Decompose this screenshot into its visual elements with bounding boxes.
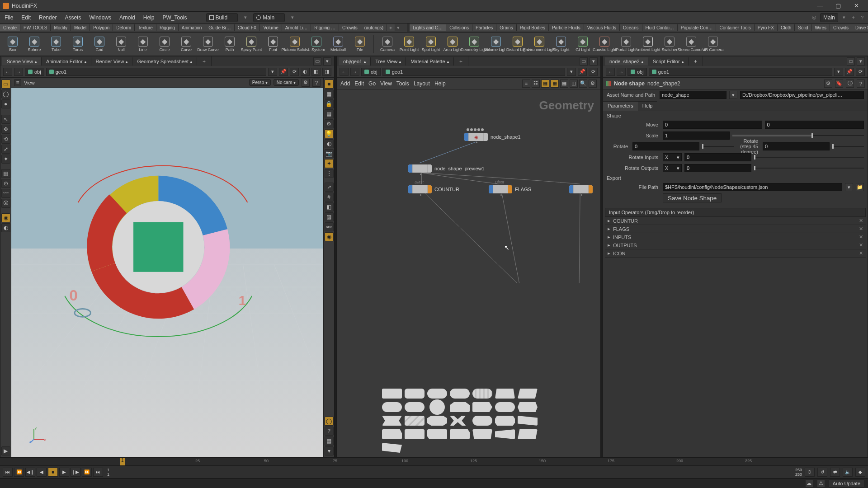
net-menu-tools[interactable]: Tools	[396, 80, 409, 87]
display-more[interactable]: ▤	[325, 436, 334, 446]
help-icon[interactable]: ?	[857, 80, 865, 88]
snap-grid[interactable]: ▦	[1, 169, 10, 178]
shelf-tool-box[interactable]: ◆Box	[3, 37, 23, 52]
tag-icon[interactable]: 🔖	[835, 80, 843, 88]
path-item[interactable]: geo1	[382, 68, 565, 76]
nodeshape-wave[interactable]	[472, 389, 492, 399]
asset-name-input[interactable]	[660, 91, 726, 99]
node-shape-preview[interactable]: node_shape_preview1	[408, 164, 485, 173]
asset-path-input[interactable]	[740, 91, 864, 99]
shelf-tool-path[interactable]: ◆Path	[220, 37, 240, 52]
nodeshape-fold[interactable]	[427, 429, 447, 439]
nodeshape-pill[interactable]	[405, 389, 425, 399]
shelf-tab[interactable]: PW TOOLS	[20, 24, 51, 31]
shelf-tab[interactable]: Fluid Contai…	[642, 24, 678, 31]
nodeshape-tab[interactable]	[450, 402, 470, 412]
shelf-tool-point-light[interactable]: ◆Point Light	[399, 37, 419, 52]
nodeshape-ell[interactable]	[472, 416, 492, 426]
shelf-tab[interactable]: Rigging …	[311, 24, 339, 31]
nav-fwd-button[interactable]: →	[350, 68, 359, 76]
shelf-tool-environment-light[interactable]: ◆Environment Light	[529, 37, 549, 52]
shelf-tool-portal-light[interactable]: ◆Portal Light	[616, 37, 636, 52]
lighting-button[interactable]: ◐	[1, 223, 10, 232]
rotate-outputs-value[interactable]	[684, 164, 751, 172]
arrow-tool[interactable]: ↖	[1, 115, 10, 124]
window-minimize-button[interactable]: —	[811, 0, 829, 12]
shelf-tab[interactable]: Guide Br…	[205, 24, 234, 31]
lasso-tool[interactable]: ◯	[1, 89, 10, 99]
shelf-tool-font[interactable]: ◆Font	[263, 37, 283, 52]
nodeshape-skew[interactable]	[518, 416, 538, 426]
nav-back-button[interactable]: ←	[606, 68, 615, 76]
remove-icon[interactable]: ✕	[859, 250, 863, 256]
node-flags[interactable]: Blast FLAGS	[489, 185, 531, 193]
link-button[interactable]: ⟳	[290, 68, 299, 76]
param-tab-parameters[interactable]: Parameters	[603, 101, 638, 111]
display-uv[interactable]: #	[325, 192, 334, 202]
pin-button[interactable]: 📌	[578, 68, 587, 76]
shelf-tab[interactable]: (autorigs)	[361, 24, 387, 31]
shelf-tool-caustic-light[interactable]: ◆Caustic Light	[594, 37, 614, 52]
tab-scene-view[interactable]: Scene View	[2, 57, 42, 66]
path-dropdown[interactable]: ▾	[268, 68, 277, 76]
link-button[interactable]: ⟳	[589, 68, 598, 76]
chevron-down-icon[interactable]: ▾	[242, 14, 249, 21]
rotate-slider[interactable]	[702, 142, 734, 150]
loop-button[interactable]: ↺	[817, 468, 827, 477]
shelf-tool-spot-light[interactable]: ◆Spot Light	[421, 37, 441, 52]
next-key-button[interactable]: ⏩	[82, 468, 92, 477]
scale-tool[interactable]: ⤢	[1, 145, 10, 154]
play-back-button[interactable]: ◀	[37, 468, 47, 477]
tab-add[interactable]: ＋	[197, 56, 212, 66]
rotate-inputs-slider[interactable]	[754, 153, 864, 161]
shelf-tab[interactable]: Wires	[812, 24, 830, 31]
menu-arnold[interactable]: Arnold	[118, 14, 137, 22]
tab-tree-view[interactable]: Tree View	[371, 57, 406, 66]
prev-button[interactable]: ◀❙	[25, 468, 35, 477]
operator-row[interactable]: ▸ICON✕	[605, 249, 866, 258]
shelf-tab[interactable]: Model	[71, 24, 90, 31]
display-shaded[interactable]: ■	[325, 80, 334, 89]
next-button[interactable]: ❙▶	[71, 468, 80, 477]
display-sel[interactable]: ◉	[325, 232, 334, 241]
window-close-button[interactable]: ✕	[847, 0, 865, 12]
display-wire[interactable]: ▦	[325, 89, 334, 99]
opts-button[interactable]: ◨	[322, 68, 331, 76]
filepath-dropdown[interactable]: ▾	[845, 183, 853, 191]
shelf-tool-vr-camera[interactable]: ◆VR Camera	[703, 37, 723, 52]
shelf-tab[interactable]: Particles	[472, 24, 496, 31]
key-button[interactable]: ◆	[855, 468, 865, 477]
display-help[interactable]: ?	[325, 427, 334, 436]
shelf-tool-volume-light[interactable]: ◆Volume Light	[486, 37, 506, 52]
shelf-tab[interactable]: Particle Fluids	[549, 24, 584, 31]
shelf-tab[interactable]: Cloud FX	[235, 24, 260, 31]
nodeshape-circle[interactable]	[429, 399, 445, 415]
menu-edit[interactable]: Edit	[19, 14, 33, 22]
first-frame-button[interactable]: ⏮	[3, 468, 13, 477]
pane-fullscreen-button[interactable]: ▭	[580, 57, 588, 66]
shelf-tab[interactable]: Viscous Fluids	[584, 24, 620, 31]
nodeshape-trap4[interactable]	[518, 429, 538, 439]
asset-dropdown[interactable]: ▾	[729, 91, 737, 99]
shelf-tab[interactable]: Lights and C…	[410, 24, 446, 31]
shelf-tab[interactable]: Pyro FX	[755, 24, 778, 31]
filepath-input[interactable]	[663, 183, 842, 191]
brush-tool[interactable]: ●	[1, 99, 10, 108]
shelf-tool-draw-curve[interactable]: ◆Draw Curve	[198, 37, 218, 52]
node-shape-gallery[interactable]	[382, 389, 538, 453]
nodeshape-parallelo[interactable]	[518, 389, 538, 399]
realtime-button[interactable]: ⏲	[805, 468, 815, 477]
shelf-tab[interactable]: Deform	[113, 24, 135, 31]
rotate-input[interactable]	[632, 142, 699, 150]
shelf-tab[interactable]: Populate Con…	[678, 24, 717, 31]
rotate-step-input[interactable]	[763, 142, 830, 150]
nodeshape-hex[interactable]	[518, 402, 538, 412]
tab-node-shape2[interactable]: node_shape2	[605, 57, 648, 66]
nav-back-button[interactable]: ←	[3, 68, 12, 76]
chevron-down-icon[interactable]: ▾	[841, 14, 847, 21]
shelf-tool-ambient-light[interactable]: ◆Ambient Light	[638, 37, 658, 52]
nodeshape-stadium[interactable]	[382, 402, 402, 412]
filepath-browse-icon[interactable]: 📁	[856, 183, 864, 191]
display-points[interactable]: ⋮	[325, 169, 334, 178]
shelf-tool-geometry-light[interactable]: ◆Geometry Light	[464, 37, 484, 52]
